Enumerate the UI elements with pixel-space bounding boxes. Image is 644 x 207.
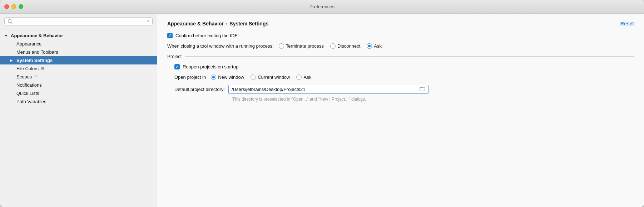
open-project-in-row: Open project in New window Current windo… xyxy=(174,74,634,80)
section-divider xyxy=(185,56,634,57)
radio-terminate[interactable]: Terminate process xyxy=(279,43,324,49)
radio-terminate-btn[interactable] xyxy=(279,43,284,49)
running-process-row: When closing a tool window with a runnin… xyxy=(167,43,634,49)
running-process-label: When closing a tool window with a runnin… xyxy=(167,43,274,49)
radio-new-window-label: New window xyxy=(218,74,244,80)
sidebar-item-label: Quick Lists xyxy=(16,91,39,96)
sidebar: ▾ ▼ Appearance & Behavior Appearance Men… xyxy=(0,14,157,207)
search-dropdown-arrow[interactable]: ▾ xyxy=(147,19,149,24)
sidebar-item-scopes[interactable]: Scopes ⊟ xyxy=(0,73,157,81)
breadcrumb: Appearance & Behavior › System Settings xyxy=(167,21,268,27)
main-header: Appearance & Behavior › System Settings … xyxy=(167,21,634,27)
confirm-exit-checkbox[interactable] xyxy=(167,33,173,38)
directory-row: Default project directory: xyxy=(174,85,634,94)
radio-current-window[interactable]: Current window xyxy=(251,74,290,80)
confirm-exit-row: Confirm before exiting the IDE xyxy=(167,33,634,38)
tree-arrow-appearance-behavior: ▼ xyxy=(4,34,9,38)
radio-ask-label: Ask xyxy=(374,43,382,49)
radio-new-window[interactable]: New window xyxy=(211,74,244,80)
sidebar-item-system-settings[interactable]: ▶ System Settings xyxy=(0,56,157,64)
directory-label: Default project directory: xyxy=(174,87,225,92)
tree-arrow-system-settings: ▶ xyxy=(10,58,15,62)
radio-new-window-btn[interactable] xyxy=(211,74,216,80)
reset-button[interactable]: Reset xyxy=(620,21,634,27)
main-content: Appearance & Behavior › System Settings … xyxy=(157,14,644,207)
radio-current-window-btn[interactable] xyxy=(251,74,256,80)
search-icon xyxy=(8,19,13,24)
directory-input[interactable] xyxy=(229,85,417,93)
sidebar-item-label: Appearance & Behavior xyxy=(11,33,63,38)
traffic-lights xyxy=(4,4,23,9)
maximize-button[interactable] xyxy=(19,4,23,9)
sidebar-item-label: Appearance xyxy=(16,41,41,47)
radio-ask[interactable]: Ask xyxy=(367,43,382,49)
breadcrumb-part2: System Settings xyxy=(229,21,268,27)
radio-ask2[interactable]: Ask xyxy=(296,74,311,80)
sidebar-item-label: System Settings xyxy=(16,58,53,63)
sidebar-item-notifications[interactable]: Notifications xyxy=(0,81,157,89)
project-inner: Reopen projects on startup Open project … xyxy=(167,64,634,102)
reopen-projects-checkbox[interactable] xyxy=(174,64,180,69)
breadcrumb-part1: Appearance & Behavior xyxy=(167,21,224,27)
breadcrumb-separator: › xyxy=(226,21,227,27)
search-input[interactable] xyxy=(14,19,145,24)
project-section-label: Project xyxy=(167,54,182,59)
titlebar: Preferences xyxy=(0,0,644,14)
sidebar-item-label: Notifications xyxy=(16,82,42,88)
sidebar-item-label: Path Variables xyxy=(16,99,46,104)
sidebar-item-menus-toolbars[interactable]: Menus and Toolbars xyxy=(0,48,157,56)
search-wrapper[interactable]: ▾ xyxy=(4,17,153,25)
sidebar-item-appearance[interactable]: Appearance xyxy=(0,40,157,48)
sidebar-item-path-variables[interactable]: Path Variables xyxy=(0,97,157,106)
radio-terminate-label: Terminate process xyxy=(286,43,324,49)
browse-button[interactable] xyxy=(417,85,428,93)
project-section-header: Project xyxy=(167,54,634,59)
sidebar-item-appearance-behavior[interactable]: ▼ Appearance & Behavior xyxy=(0,32,157,40)
svg-rect-2 xyxy=(420,88,425,91)
preferences-window: Preferences ▾ ▼ Appearance & Beha xyxy=(0,0,644,207)
folder-icon xyxy=(420,86,425,91)
open-project-in-label: Open project in xyxy=(174,74,206,80)
minimize-button[interactable] xyxy=(11,4,16,9)
radio-ask2-btn[interactable] xyxy=(296,74,302,80)
radio-disconnect[interactable]: Disconnect xyxy=(330,43,360,49)
sidebar-item-label: File Colors xyxy=(16,66,39,71)
sidebar-item-label: Scopes xyxy=(16,74,32,80)
radio-current-window-label: Current window xyxy=(258,74,290,80)
sidebar-item-quick-lists[interactable]: Quick Lists xyxy=(0,89,157,97)
directory-input-wrapper[interactable] xyxy=(228,85,428,94)
project-section: Project Reopen projects on startup Open … xyxy=(167,54,634,102)
radio-disconnect-btn[interactable] xyxy=(330,43,336,49)
window-content: ▾ ▼ Appearance & Behavior Appearance Men… xyxy=(0,14,644,207)
radio-disconnect-label: Disconnect xyxy=(337,43,360,49)
scopes-icon: ⊟ xyxy=(33,74,38,80)
sidebar-item-file-colors[interactable]: File Colors ⊟ xyxy=(0,64,157,73)
sidebar-item-label: Menus and Toolbars xyxy=(16,49,58,55)
file-colors-icon: ⊟ xyxy=(40,66,45,71)
svg-line-1 xyxy=(11,22,13,24)
radio-ask2-label: Ask xyxy=(303,74,311,80)
window-title: Preferences xyxy=(309,4,335,9)
radio-ask-btn[interactable] xyxy=(367,43,372,49)
sidebar-tree: ▼ Appearance & Behavior Appearance Menus… xyxy=(0,29,157,108)
reopen-projects-row: Reopen projects on startup xyxy=(174,64,634,69)
directory-hint: This directory is preselected in "Open..… xyxy=(174,97,634,102)
search-bar: ▾ xyxy=(0,14,157,29)
confirm-exit-label: Confirm before exiting the IDE xyxy=(175,33,238,38)
reopen-projects-label: Reopen projects on startup xyxy=(183,64,238,69)
close-button[interactable] xyxy=(4,4,9,9)
